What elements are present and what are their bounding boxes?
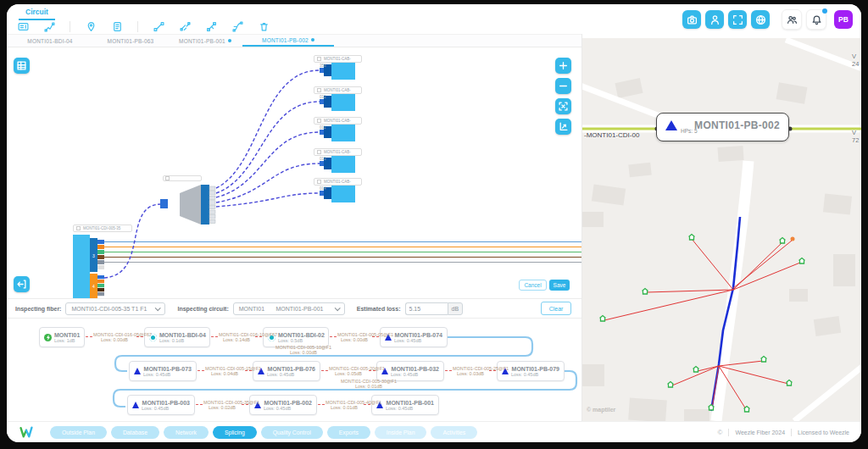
trace-node-pb-073[interactable]: MONTI01-PB-073Loss: 0.45dB	[129, 361, 197, 381]
modified-dot	[311, 38, 314, 42]
splitter-body	[180, 185, 201, 224]
trace-node-pb-001[interactable]: MONTI01-PB-001Loss: 0.45dB	[371, 395, 439, 415]
cable-label[interactable]: MONTI01-CAB-013	[314, 148, 362, 161]
auto-layout-button[interactable]	[555, 119, 571, 135]
cable-label[interactable]: MONTI01-CAB-014	[314, 178, 362, 191]
splitter-label[interactable]	[163, 175, 202, 181]
circuit-tabbar: MONTI01-BDI-04 MONTI01-PB-063 MONTI01-PB…	[7, 34, 581, 47]
inspecting-fiber-select[interactable]: MONTI01-CDI-005-35 T1 F1	[65, 302, 165, 315]
nav-exports[interactable]: Exports	[327, 426, 370, 439]
minus-icon	[559, 81, 568, 91]
trace-row-1: MONTI01Loss: 1dB MONTI01-CDI-016-05@F67L…	[39, 327, 448, 347]
nav-inside-plan[interactable]: Inside Plan	[375, 426, 427, 439]
tab-monti01-pb-063[interactable]: MONTI01-PB-063	[93, 35, 168, 47]
street-view-button[interactable]	[682, 10, 701, 29]
map-pin-icon[interactable]	[85, 20, 97, 32]
trace-row-3: MONTI01-PB-003Loss: 0.45dB MONTI01-CDI-0…	[127, 395, 439, 415]
fullscreen-button[interactable]	[728, 10, 747, 29]
map-panel[interactable]: -MONTI01-CDI-00 V24 V72 MONTI01-PB-002 H…	[581, 34, 861, 421]
trace-node-pb-074[interactable]: MONTI01-PB-074Loss: 0.45dB	[380, 327, 448, 347]
inspecting-circuit-select[interactable]: MONTI01MONTI01-PB-001	[233, 302, 345, 315]
checkbox[interactable]	[76, 226, 81, 230]
pb-triangle-icon	[132, 402, 139, 408]
inspecting-fiber-label: Inspecting fiber:	[15, 306, 61, 312]
checkbox[interactable]	[317, 119, 321, 123]
svg-text:4: 4	[92, 284, 95, 289]
splice-diagram: 3 4	[7, 47, 581, 298]
estimated-loss-input[interactable]	[405, 302, 448, 315]
splice-cable-icon[interactable]	[179, 20, 191, 32]
trace-link: MONTI01-CDI-005-25@F1Loss: 0.03dB	[444, 361, 497, 381]
checkbox[interactable]	[317, 150, 321, 154]
nav-database[interactable]: Database	[111, 426, 159, 439]
map-popup-monti01-pb-002[interactable]: MONTI01-PB-002 HPs: 5	[656, 113, 789, 141]
save-button[interactable]: Save	[549, 280, 570, 291]
clear-button[interactable]: Clear	[541, 302, 571, 315]
tab-circuit[interactable]: Circuit	[19, 8, 55, 20]
zoom-out-button[interactable]	[555, 78, 571, 94]
nav-activities[interactable]: Activities	[431, 426, 477, 439]
cable-label[interactable]: MONTI01-CAB-358	[314, 55, 362, 68]
nav-outside-plan[interactable]: Outside Plan	[50, 426, 107, 439]
nav-quality-control[interactable]: Quality Control	[261, 426, 323, 439]
device-list-icon[interactable]	[17, 20, 29, 32]
map-mode-button[interactable]	[751, 10, 770, 29]
closure-label[interactable]: MONTI01-CDI-005-35	[73, 224, 132, 232]
trace-link: MONTI01-CDI-005-15@F1Loss: 0.04dB	[197, 361, 253, 381]
bell-icon	[811, 14, 822, 25]
tab-monti01-pb-001[interactable]: MONTI01-PB-001	[168, 35, 242, 47]
split-cable-icon[interactable]	[231, 20, 243, 32]
chevron-down-icon	[334, 305, 340, 311]
cancel-button[interactable]: Cancel	[519, 280, 547, 291]
connect-cable-icon[interactable]	[205, 20, 217, 32]
license-text: Licensed to Weezle	[798, 430, 849, 435]
cable-label[interactable]: MONTI01-CAB-011	[314, 117, 362, 130]
trace-node-pb-002[interactable]: MONTI01-PB-002Loss: 0.45dB	[249, 395, 317, 415]
tab-monti01-bdi-04[interactable]: MONTI01-BDI-04	[7, 35, 93, 47]
chevron-down-icon	[155, 305, 161, 311]
notifications-button[interactable]	[806, 9, 826, 30]
collapse-panel-button[interactable]	[14, 276, 30, 292]
trace-link: MONTI01-CDI-005-35@F1Loss: 0.02dB	[195, 395, 249, 415]
delete-icon[interactable]	[258, 20, 270, 32]
team-button[interactable]	[782, 9, 802, 30]
nav-network[interactable]: Network	[164, 426, 209, 439]
closure-body	[73, 235, 90, 298]
fit-view-button[interactable]	[555, 98, 571, 114]
header: Circuit PB	[7, 4, 861, 34]
checkbox[interactable]	[317, 88, 321, 92]
estimated-loss-label: Estimated loss:	[357, 306, 401, 312]
trace-node-pb-079[interactable]: MONTI01-PB-079Loss: 0.45dB	[497, 361, 565, 381]
footer: Outside Plan Database Network Splicing Q…	[7, 421, 861, 442]
trace-node-monti01[interactable]: MONTI01Loss: 1dB	[39, 327, 85, 347]
map-edge-label-bottom: V72	[852, 129, 859, 144]
grid-view-button[interactable]	[14, 58, 30, 74]
fullscreen-icon	[732, 14, 743, 25]
splice-canvas[interactable]: 3 4 MONTI01-CDI-005-35	[7, 47, 581, 298]
trace-link: MONTI01-CDI-016-10@F67Loss: 0.14dB	[210, 327, 263, 347]
checkbox[interactable]	[165, 176, 170, 180]
notification-dot	[822, 8, 827, 14]
fit-view-icon	[559, 102, 568, 111]
work-order-icon[interactable]	[111, 20, 123, 32]
module-nav: Outside Plan Database Network Splicing Q…	[50, 426, 477, 439]
cable-label[interactable]: MONTI01-CAB-012	[314, 86, 362, 99]
person-mode-button[interactable]	[705, 10, 724, 29]
checkbox[interactable]	[317, 57, 321, 61]
cable-icon[interactable]	[153, 20, 164, 32]
zoom-in-button[interactable]	[555, 58, 571, 74]
trace-node-pb-076[interactable]: MONTI01-PB-076Loss: 0.45dB	[253, 361, 320, 381]
route-icon[interactable]	[43, 20, 55, 32]
trace-node-bdi-04[interactable]: MONTI01-BDI-04Loss: 0.1dB	[144, 327, 210, 347]
checkbox[interactable]	[317, 180, 321, 184]
plus-icon	[559, 61, 568, 70]
tab-monti01-pb-002[interactable]: MONTI01-PB-002	[242, 35, 334, 47]
loss-unit: dB	[448, 302, 464, 315]
trace-link: MONTI01-CDI-016-05@F67Loss: 0.00dB	[85, 327, 144, 347]
toolbar-divider	[137, 21, 138, 32]
avatar[interactable]: PB	[834, 10, 853, 29]
weezle-logo-icon[interactable]	[18, 426, 35, 438]
map-attribution[interactable]: © maptiler	[587, 407, 615, 413]
trace-node-pb-003[interactable]: MONTI01-PB-003Loss: 0.45dB	[127, 395, 195, 415]
nav-splicing[interactable]: Splicing	[213, 426, 257, 439]
